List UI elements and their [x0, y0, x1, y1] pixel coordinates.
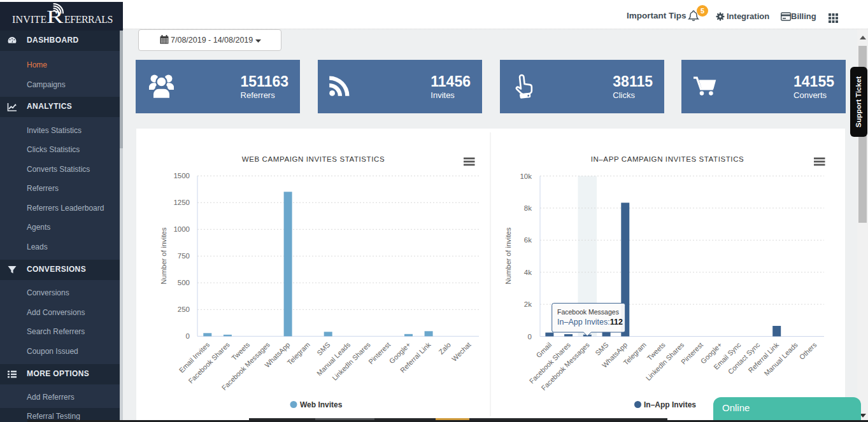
- svg-text:10k: 10k: [520, 172, 532, 180]
- svg-text:Wechat: Wechat: [450, 341, 473, 363]
- svg-text:4k: 4k: [524, 269, 532, 276]
- svg-text:6k: 6k: [524, 236, 532, 244]
- svg-text:Facebook Messages: Facebook Messages: [557, 308, 619, 316]
- svg-text:Number of invites: Number of invites: [504, 227, 512, 285]
- svg-text:0: 0: [528, 333, 532, 341]
- svg-text:8k: 8k: [524, 204, 532, 212]
- svg-text:Pinterest: Pinterest: [367, 341, 392, 365]
- svg-text:LinkedIn Shares: LinkedIn Shares: [331, 341, 372, 382]
- svg-text:Number of invites: Number of invites: [160, 227, 167, 285]
- svg-text:In–App Invites: In–App Invites: [644, 400, 696, 409]
- svg-text:500: 500: [178, 279, 190, 286]
- svg-text:750: 750: [178, 252, 190, 260]
- svg-text:Manual Leads: Manual Leads: [762, 341, 799, 377]
- svg-text:Zalo: Zalo: [437, 341, 452, 356]
- svg-text:R: R: [46, 6, 64, 27]
- svg-text:INVITE: INVITE: [12, 14, 47, 25]
- svg-text:1250: 1250: [173, 199, 190, 206]
- svg-text:SMS: SMS: [594, 341, 609, 356]
- svg-text:Web Invites: Web Invites: [300, 400, 343, 409]
- svg-text:SMS: SMS: [315, 341, 331, 356]
- svg-text:250: 250: [178, 306, 190, 313]
- svg-text:WEB CAMPAIGN INVITES STATISTIC: WEB CAMPAIGN INVITES STATISTICS: [242, 155, 385, 163]
- svg-text:Others: Others: [798, 341, 818, 361]
- svg-text:1500: 1500: [173, 172, 190, 179]
- svg-text:EFERRALS: EFERRALS: [64, 14, 113, 25]
- svg-text:0: 0: [186, 332, 190, 340]
- svg-text:In–App Invites:112: In–App Invites:112: [557, 318, 623, 327]
- svg-text:1000: 1000: [173, 225, 190, 233]
- svg-text:IN–APP CAMPAIGN INVITES STATIS: IN–APP CAMPAIGN INVITES STATISTICS: [591, 155, 744, 163]
- svg-text:2k: 2k: [524, 300, 532, 308]
